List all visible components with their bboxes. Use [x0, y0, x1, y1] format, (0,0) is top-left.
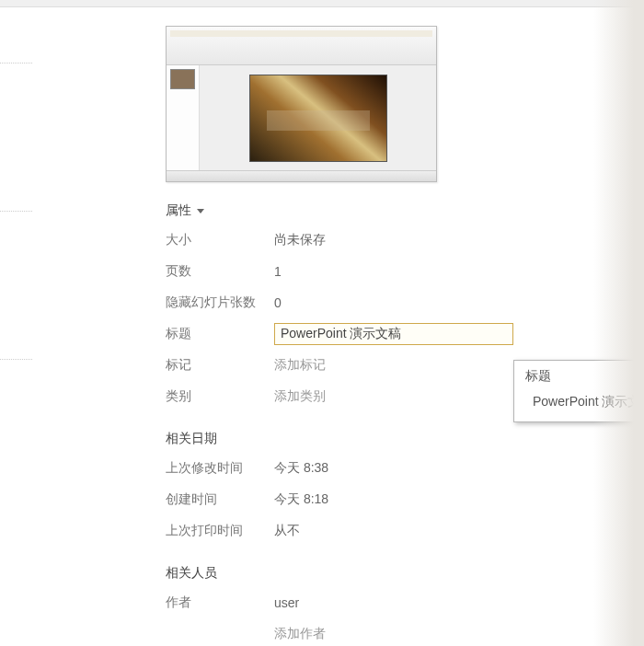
printed-label: 上次打印时间 [166, 523, 274, 539]
tooltip-body: PowerPoint 演示文稿 [525, 394, 644, 410]
nav-divider [0, 211, 32, 212]
nav-divider [0, 359, 32, 360]
pages-label: 页数 [166, 263, 274, 280]
printed-value: 从不 [274, 523, 300, 539]
author-label: 作者 [166, 594, 274, 611]
hidden-slides-label: 隐藏幻灯片张数 [166, 294, 274, 311]
thumbnail-slide-mini [170, 69, 195, 89]
related-people-header: 相关人员 [166, 565, 635, 582]
related-dates-header: 相关日期 [166, 431, 635, 447]
title-label: 标题 [166, 326, 274, 342]
window-top-bar [0, 0, 644, 7]
size-value: 尚未保存 [274, 232, 326, 248]
modified-value: 今天 8:38 [274, 460, 328, 477]
add-author-row: 添加作者 [166, 624, 635, 644]
printed-row: 上次打印时间 从不 [166, 521, 635, 541]
thumbnail-slide-area [200, 65, 436, 170]
title-value: PowerPoint 演示文稿 [281, 326, 401, 342]
pages-value: 1 [274, 264, 282, 279]
tags-placeholder[interactable]: 添加标记 [274, 357, 326, 374]
title-input[interactable]: PowerPoint 演示文稿 [274, 323, 513, 345]
thumbnail-statusbar [167, 170, 436, 181]
thumbnail-slide [249, 75, 387, 162]
category-label: 类别 [166, 388, 274, 405]
title-row: 标题 PowerPoint 演示文稿 [166, 324, 635, 344]
hidden-slides-value: 0 [274, 295, 282, 310]
category-placeholder[interactable]: 添加类别 [274, 388, 326, 405]
tooltip-title: 标题 [525, 368, 644, 385]
left-nav-column [0, 7, 138, 646]
created-label: 创建时间 [166, 491, 274, 508]
properties-label: 属性 [166, 202, 191, 217]
modified-label: 上次修改时间 [166, 460, 274, 477]
size-row: 大小 尚未保存 [166, 230, 635, 250]
thumbnail-ribbon [167, 27, 436, 65]
tags-label: 标记 [166, 357, 274, 374]
document-thumbnail[interactable] [166, 26, 437, 182]
properties-header[interactable]: 属性 [166, 202, 635, 219]
modified-row: 上次修改时间 今天 8:38 [166, 458, 635, 479]
author-row: 作者 user [166, 593, 635, 613]
size-label: 大小 [166, 232, 274, 248]
author-value: user [274, 595, 299, 610]
created-value: 今天 8:18 [274, 491, 328, 508]
created-row: 创建时间 今天 8:18 [166, 490, 635, 510]
title-tooltip: 标题 PowerPoint 演示文稿 [513, 360, 644, 422]
hidden-slides-row: 隐藏幻灯片张数 0 [166, 293, 635, 313]
thumbnail-sidebar [167, 65, 200, 170]
add-author-placeholder[interactable]: 添加作者 [274, 626, 326, 642]
nav-divider [0, 63, 32, 63]
pages-row: 页数 1 [166, 261, 635, 282]
chevron-down-icon [197, 209, 204, 213]
